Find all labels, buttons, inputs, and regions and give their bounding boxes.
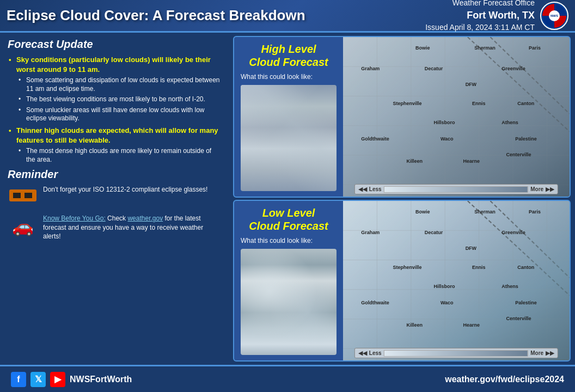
reminder-car: 🚗 Know Before You Go: Check weather.gov … (8, 214, 221, 241)
nws-logo: NWS (540, 2, 568, 30)
sub-bullet-1-2: The best viewing conditions are most lik… (16, 95, 221, 104)
sub-bullet-1-1: Some scattering and dissipation of low c… (16, 76, 221, 93)
low-cloud-map-container: Bowie Sherman Paris Graham Decatur Green… (343, 201, 570, 360)
sub-bullet-1-3: Some unluckier areas will still have den… (16, 106, 221, 123)
sub-bullet-2-1: The most dense high clouds are more like… (16, 147, 221, 164)
glasses-reminder-text: Don't forget your ISO 12312-2 compliant … (43, 185, 207, 194)
car-travel-icon: 🚗 (12, 216, 34, 237)
low-legend-gradient (384, 350, 529, 357)
glasses-lens-right (23, 192, 33, 199)
low-cloud-title: Low LevelCloud Forecast (241, 206, 337, 232)
low-cloud-map: Bowie Sherman Paris Graham Decatur Green… (343, 201, 570, 360)
youtube-icon[interactable]: ▶ (50, 372, 65, 387)
svg-rect-13 (343, 37, 570, 197)
low-cloud-map-svg (343, 201, 570, 360)
high-legend-more: More (530, 186, 543, 192)
know-before-you-go-link[interactable]: Know Before You Go: (43, 215, 106, 222)
sub-bullets-1: Some scattering and dissipation of low c… (16, 76, 221, 123)
low-cloud-legend: ◀◀ Less More ▶▶ (354, 348, 558, 358)
social-icons-group: f 𝕏 ▶ NWSFortWorth (11, 372, 132, 387)
glasses-icon-container (8, 185, 38, 210)
high-legend-left-arrow: ◀◀ (358, 186, 367, 193)
high-cloud-map-svg (343, 37, 570, 197)
glasses-lens-left (12, 192, 22, 199)
twitter-icon[interactable]: 𝕏 (30, 372, 46, 387)
high-cloud-subtitle: What this could look like: (241, 73, 337, 81)
main-content: Forecast Update Sky conditions (particul… (0, 33, 575, 365)
low-cloud-photo (241, 249, 337, 355)
car-icon-container: 🚗 (8, 214, 38, 238)
low-legend-more: More (530, 350, 543, 356)
eclipse-glasses-icon (9, 189, 36, 206)
footer-website[interactable]: weather.gov/fwd/eclipse2024 (445, 375, 564, 384)
office-city: Fort Worth, TX (425, 9, 535, 22)
footer: f 𝕏 ▶ NWSFortWorth weather.gov/fwd/eclip… (0, 365, 575, 392)
header: Eclipse Cloud Cover: A Forecast Breakdow… (0, 0, 575, 33)
high-cloud-legend: ◀◀ Less More ▶▶ (354, 184, 558, 194)
left-panel: Forecast Update Sky conditions (particul… (0, 33, 229, 365)
low-cloud-card: Low LevelCloud Forecast What this could … (233, 200, 571, 362)
high-cloud-title: High LevelCloud Forecast (241, 42, 337, 69)
high-legend-less: Less (369, 186, 382, 192)
office-name: Weather Forecast Office (425, 0, 535, 9)
facebook-icon[interactable]: f (11, 372, 26, 387)
high-legend-right-arrow: ▶▶ (546, 186, 554, 193)
reminder-glasses: Don't forget your ISO 12312-2 compliant … (8, 185, 221, 210)
low-legend-left-arrow: ◀◀ (358, 350, 367, 357)
bullet-2-text: Thinner high clouds are expected, which … (16, 126, 218, 144)
nws-logo-inner: NWS (542, 4, 566, 28)
nws-logo-center: NWS (549, 10, 560, 21)
high-cloud-card: High LevelCloud Forecast What this could… (233, 36, 571, 198)
forecast-bullets: Sky conditions (particularly low clouds)… (8, 55, 221, 164)
reminder-items: Don't forget your ISO 12312-2 compliant … (8, 185, 221, 241)
high-legend-gradient (384, 186, 529, 193)
bullet-1: Sky conditions (particularly low clouds)… (8, 55, 221, 123)
weather-gov-link[interactable]: weather.gov (127, 215, 163, 222)
sub-bullets-2: The most dense high clouds are more like… (16, 147, 221, 164)
low-legend-right-arrow: ▶▶ (546, 350, 554, 357)
right-panel: High LevelCloud Forecast What this could… (229, 33, 575, 365)
reminder-title: Reminder (8, 168, 221, 181)
header-right: Weather Forecast Office Fort Worth, TX I… (425, 0, 568, 33)
social-handle: NWSFortWorth (70, 375, 132, 384)
car-reminder-text: Know Before You Go: Check weather.gov fo… (43, 214, 221, 241)
high-cloud-photo (241, 85, 337, 191)
high-cloud-card-left: High LevelCloud Forecast What this could… (234, 37, 343, 197)
low-cloud-card-left: Low LevelCloud Forecast What this could … (234, 201, 343, 360)
svg-rect-27 (343, 201, 570, 360)
bullet-1-text: Sky conditions (particularly low clouds)… (16, 56, 211, 74)
bullet-2: Thinner high clouds are expected, which … (8, 126, 221, 164)
forecast-update-title: Forecast Update (8, 38, 221, 51)
high-cloud-map: Bowie Sherman Paris Graham Decatur Green… (343, 37, 570, 197)
glasses-frame (9, 189, 36, 201)
office-info: Weather Forecast Office Fort Worth, TX I… (425, 0, 535, 33)
high-cloud-map-container: Bowie Sherman Paris Graham Decatur Green… (343, 37, 570, 197)
issue-time: Issued April 8, 2024 3:11 AM CT (425, 22, 535, 33)
low-legend-less: Less (369, 350, 382, 356)
page-title: Eclipse Cloud Cover: A Forecast Breakdow… (7, 7, 305, 24)
low-cloud-subtitle: What this could look like: (241, 237, 337, 244)
